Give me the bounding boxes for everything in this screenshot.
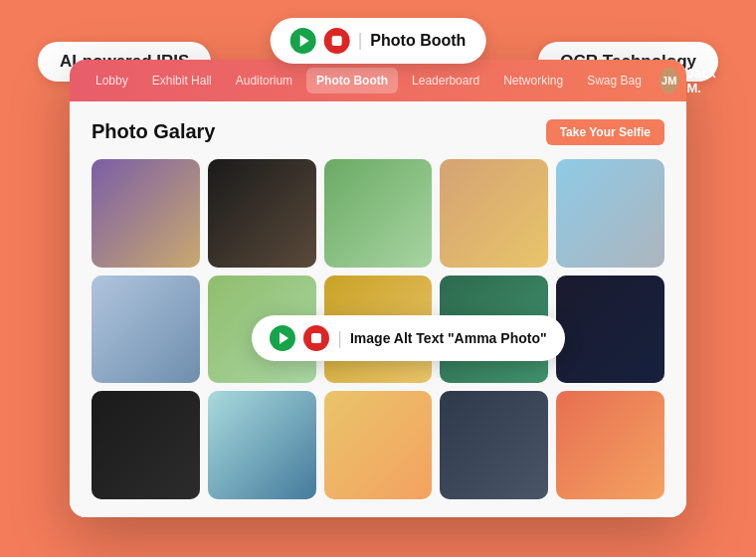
browser-window: | Photo Booth Lobby Exhibit Hall Auditor… bbox=[70, 60, 686, 517]
nav-photo-booth[interactable]: Photo Booth bbox=[306, 68, 398, 93]
divider: | bbox=[358, 30, 363, 51]
content-area: Photo Galary Take Your Selfie | bbox=[70, 101, 686, 517]
photobooth-tooltip: | Photo Booth bbox=[271, 18, 486, 64]
photo-15 bbox=[556, 391, 664, 499]
avatar: JM bbox=[660, 68, 679, 93]
photo-5 bbox=[556, 159, 664, 268]
photobooth-tooltip-label: Photo Booth bbox=[370, 32, 466, 50]
stop-button[interactable] bbox=[324, 28, 350, 54]
photo-grid: | Image Alt Text "Amma Photo" bbox=[92, 159, 664, 499]
alttext-tooltip: | Image Alt Text "Amma Photo" bbox=[252, 315, 564, 361]
photo-2 bbox=[208, 159, 316, 268]
nav-leaderboard[interactable]: Leaderboard bbox=[402, 68, 489, 93]
take-selfie-button[interactable]: Take Your Selfie bbox=[546, 119, 664, 145]
username: Jack M. bbox=[686, 66, 721, 95]
gallery-header: Photo Galary Take Your Selfie bbox=[92, 119, 664, 145]
nav-user: JM Jack M. bbox=[660, 66, 722, 95]
alttext-divider: | bbox=[337, 328, 342, 349]
alttext-label: Image Alt Text "Amma Photo" bbox=[350, 330, 547, 346]
photo-13 bbox=[324, 391, 433, 499]
nav-auditorium[interactable]: Auditorium bbox=[226, 68, 302, 93]
nav-lobby[interactable]: Lobby bbox=[86, 68, 138, 93]
nav-swag-bag[interactable]: Swag Bag bbox=[577, 68, 652, 93]
photo-4 bbox=[440, 159, 548, 268]
nav-exhibit-hall[interactable]: Exhibit Hall bbox=[142, 68, 222, 93]
nav-networking[interactable]: Networking bbox=[493, 68, 573, 93]
photo-10 bbox=[556, 276, 664, 384]
photo-14 bbox=[440, 391, 548, 499]
play-button[interactable] bbox=[290, 28, 316, 54]
alttext-stop-button[interactable] bbox=[303, 325, 329, 351]
photo-1 bbox=[92, 159, 200, 268]
photo-3 bbox=[324, 159, 433, 268]
photo-12 bbox=[208, 391, 316, 499]
gallery-title: Photo Galary bbox=[92, 120, 215, 143]
photo-11 bbox=[92, 391, 200, 499]
nav-bar: Lobby Exhibit Hall Auditorium Photo Boot… bbox=[70, 60, 686, 101]
photo-6 bbox=[92, 276, 200, 384]
alttext-play-button[interactable] bbox=[270, 325, 295, 351]
